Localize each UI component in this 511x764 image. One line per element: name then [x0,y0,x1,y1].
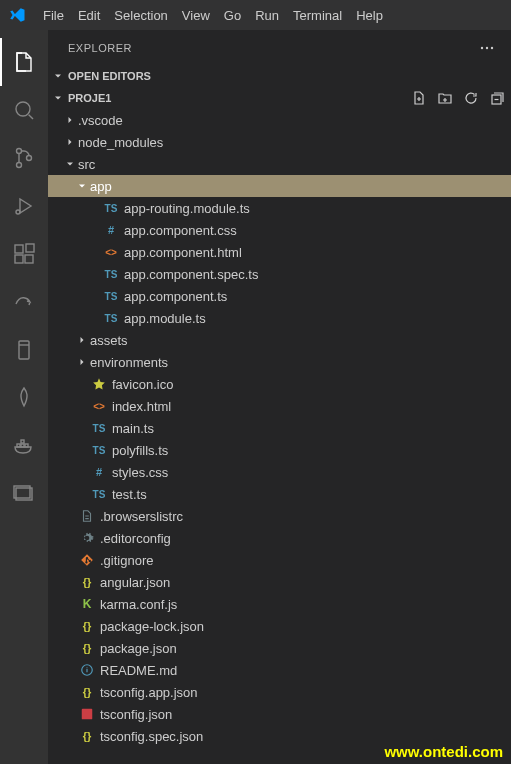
activity-docker-icon[interactable] [0,422,48,470]
html-file-icon: <> [102,244,120,260]
file-label: tsconfig.json [100,707,172,722]
project-section[interactable]: PROJE1 [48,87,511,109]
file-label: angular.json [100,575,170,590]
activity-debug-icon[interactable] [0,182,48,230]
folder-row[interactable]: environments [48,351,511,373]
more-actions-icon[interactable] [475,36,499,60]
chevron-down-icon [50,70,66,82]
file-row[interactable]: TSpolyfills.ts [48,439,511,461]
svg-rect-7 [25,255,33,263]
file-row[interactable]: {}angular.json [48,571,511,593]
ts-file-icon: TS [90,420,108,436]
file-row[interactable]: tsconfig.json [48,703,511,725]
file-label: index.html [112,399,171,414]
tsj-file-icon [78,706,96,722]
file-row[interactable]: TSapp.module.ts [48,307,511,329]
folder-row[interactable]: .vscode [48,109,511,131]
file-row[interactable]: #app.component.css [48,219,511,241]
karma-file-icon: K [78,596,96,612]
activity-search-icon[interactable] [0,86,48,134]
new-file-icon[interactable] [411,90,427,106]
vscode-logo-icon [8,6,26,24]
info-file-icon [78,662,96,678]
activity-share-icon[interactable] [0,278,48,326]
activity-extensions-icon[interactable] [0,230,48,278]
svg-rect-21 [82,709,93,720]
ts-file-icon: TS [90,442,108,458]
chevron-right-icon[interactable] [62,134,78,150]
file-row[interactable]: README.md [48,659,511,681]
activity-window-icon[interactable] [0,470,48,518]
svg-point-16 [481,46,483,48]
file-label: polyfills.ts [112,443,168,458]
open-editors-section[interactable]: OPEN EDITORS [48,65,511,87]
file-row[interactable]: <>index.html [48,395,511,417]
file-label: main.ts [112,421,154,436]
collapse-all-icon[interactable] [489,90,505,106]
file-row[interactable]: .gitignore [48,549,511,571]
chevron-down-icon[interactable] [62,156,78,172]
menu-view[interactable]: View [175,0,217,30]
svg-point-17 [486,46,488,48]
file-row[interactable]: {}package-lock.json [48,615,511,637]
file-label: .editorconfig [100,531,171,546]
file-row[interactable]: favicon.ico [48,373,511,395]
json-file-icon: {} [78,684,96,700]
svg-point-1 [17,149,22,154]
menu-terminal[interactable]: Terminal [286,0,349,30]
file-row[interactable]: TSapp.component.spec.ts [48,263,511,285]
file-row[interactable]: {}tsconfig.app.json [48,681,511,703]
menu-selection[interactable]: Selection [107,0,174,30]
file-row[interactable]: TSapp-routing.module.ts [48,197,511,219]
activity-mongodb-icon[interactable] [0,374,48,422]
file-row[interactable]: Kkarma.conf.js [48,593,511,615]
menu-edit[interactable]: Edit [71,0,107,30]
file-tree[interactable]: .vscodenode_modulessrcappTSapp-routing.m… [48,109,511,764]
svg-point-3 [27,156,32,161]
file-row[interactable]: .editorconfig [48,527,511,549]
file-row[interactable]: TStest.ts [48,483,511,505]
file-label: styles.css [112,465,168,480]
chevron-right-icon[interactable] [74,332,90,348]
refresh-icon[interactable] [463,90,479,106]
watermark-text: www.ontedi.com [384,743,503,760]
new-folder-icon[interactable] [437,90,453,106]
file-row[interactable]: <>app.component.html [48,241,511,263]
explorer-header: EXPLORER [48,30,511,65]
folder-row[interactable]: assets [48,329,511,351]
menu-file[interactable]: File [36,0,71,30]
chevron-right-icon[interactable] [74,354,90,370]
folder-label: app [90,179,112,194]
svg-point-4 [16,210,20,214]
activity-device-icon[interactable] [0,326,48,374]
activity-source-control-icon[interactable] [0,134,48,182]
folder-row[interactable]: src [48,153,511,175]
chevron-down-icon[interactable] [74,178,90,194]
file-label: karma.conf.js [100,597,177,612]
chevron-right-icon[interactable] [62,112,78,128]
folder-row[interactable]: node_modules [48,131,511,153]
file-label: app-routing.module.ts [124,201,250,216]
file-row[interactable]: TSapp.component.ts [48,285,511,307]
menu-help[interactable]: Help [349,0,390,30]
file-row[interactable]: TSmain.ts [48,417,511,439]
file-label: app.module.ts [124,311,206,326]
file-row[interactable]: {}package.json [48,637,511,659]
file-label: test.ts [112,487,147,502]
menu-run[interactable]: Run [248,0,286,30]
folder-label: src [78,157,95,172]
file-row[interactable]: .browserslistrc [48,505,511,527]
folder-row[interactable]: app [48,175,511,197]
ts-file-icon: TS [90,486,108,502]
folder-label: environments [90,355,168,370]
hash-file-icon: # [90,464,108,480]
menu-go[interactable]: Go [217,0,248,30]
html-file-icon: <> [90,398,108,414]
chevron-down-icon [50,92,66,104]
svg-rect-6 [15,255,23,263]
file-label: package.json [100,641,177,656]
file-row[interactable]: #styles.css [48,461,511,483]
ts-file-icon: TS [102,266,120,282]
activity-explorer-icon[interactable] [0,38,48,86]
ts-file-icon: TS [102,288,120,304]
